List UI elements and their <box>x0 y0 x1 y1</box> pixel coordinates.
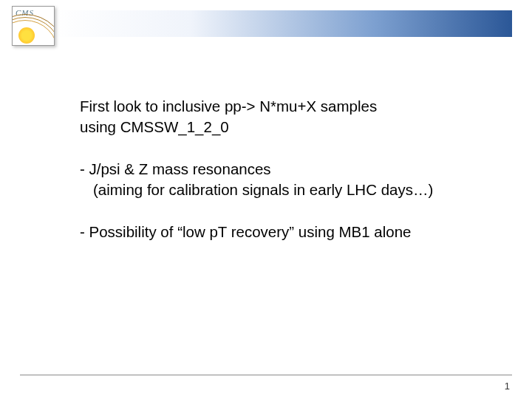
cms-logo-graphic: CMS <box>13 7 54 45</box>
header-gradient-bar <box>53 10 512 37</box>
footer-divider <box>20 375 512 375</box>
logo-arc-icon <box>13 14 54 45</box>
text-line: - Possibility of “low pT recovery” using… <box>80 222 488 242</box>
cms-logo: CMS <box>12 6 55 46</box>
slide-body-text: First look to inclusive pp-> N*mu+X samp… <box>80 96 488 242</box>
text-line: - J/psi & Z mass resonances <box>80 159 488 180</box>
text-line <box>80 200 488 221</box>
text-line: using CMSSW_1_2_0 <box>80 117 488 137</box>
text-line: (aiming for calibration signals in early… <box>80 180 488 200</box>
logo-sun-icon <box>18 27 35 44</box>
text-line <box>80 138 488 159</box>
page-number: 1 <box>505 381 510 392</box>
text-line: First look to inclusive pp-> N*mu+X samp… <box>80 96 488 117</box>
